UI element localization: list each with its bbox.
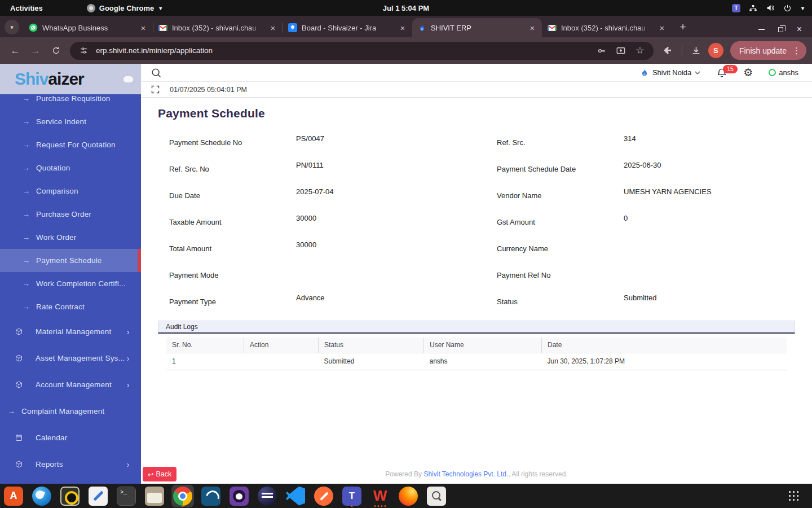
close-window-button[interactable]: × [797, 25, 802, 34]
dock-files[interactable] [143, 485, 166, 507]
cube-icon [15, 327, 28, 336]
activities-button[interactable]: Activities [0, 0, 53, 16]
downloads-icon[interactable] [688, 42, 705, 59]
dock-ubuntu-software[interactable] [2, 485, 25, 507]
dock-firefox[interactable] [397, 485, 420, 507]
browser-tab-strip: ▾ WhatsApp Business×Inbox (352) - shivan… [0, 16, 812, 37]
user-menu[interactable]: anshs [769, 68, 798, 77]
dock-wps-office[interactable] [369, 485, 391, 507]
clock[interactable]: Jul 1 5:04 PM [383, 4, 429, 12]
sidebar-item-work-completion-certifi[interactable]: →Work Completion Certifi... [0, 272, 141, 295]
browser-tab-board-shivaizer-jira[interactable]: Board - Shivaizer - Jira× [283, 18, 412, 37]
settings-gear-icon[interactable]: ⚙ [743, 67, 753, 78]
sidebar-item-payment-schedule[interactable]: →Payment Schedule [0, 249, 141, 272]
footer-suffix: , All rights reserved. [508, 470, 567, 478]
dock-vscode[interactable] [284, 485, 307, 507]
sidebar-toggle-icon[interactable] [123, 76, 133, 82]
tab-close-icon[interactable]: × [268, 23, 278, 33]
tab-search-button[interactable]: ▾ [5, 20, 19, 34]
sidebar-item-reports[interactable]: Reports› [0, 451, 141, 478]
back-nav-button[interactable]: ← [7, 42, 24, 59]
dock-screenshot-tool[interactable] [425, 485, 448, 507]
tab-close-icon[interactable]: × [398, 23, 408, 33]
finish-update-button[interactable]: Finish update ⋮ [730, 41, 806, 60]
extensions-icon[interactable] [659, 42, 676, 59]
browser-tab-inbox-352-shivani-chau[interactable]: Inbox (352) - shivani.chau× [153, 18, 283, 37]
sidebar-item-request-for-quotation[interactable]: →Request For Quotation [0, 133, 141, 156]
dock-github-desktop[interactable] [228, 485, 250, 507]
app-header: Shivit Noida 15 ⚙ anshs [141, 64, 812, 82]
cube-icon [15, 380, 28, 389]
sidebar-item-rate-contract[interactable]: →Rate Contract [0, 295, 141, 318]
kebab-menu-icon[interactable]: ⋮ [792, 46, 801, 56]
sidebar-item-complaint-management[interactable]: →Complaint Management [0, 398, 141, 424]
install-app-icon[interactable] [614, 46, 628, 56]
volume-icon[interactable] [766, 3, 775, 12]
table-cell [244, 353, 319, 370]
browser-tab-whatsapp-business[interactable]: WhatsApp Business× [23, 18, 153, 37]
field-value: PN/0111 [296, 159, 324, 186]
app-grid-icon[interactable] [788, 490, 800, 502]
tab-close-icon[interactable]: × [527, 23, 537, 33]
sidebar-item-label: Work Order [36, 233, 77, 242]
dock-mysql-workbench[interactable] [200, 485, 222, 507]
field-label: Ref. Src. [497, 133, 624, 159]
reload-button[interactable] [47, 42, 64, 59]
dock-text-editor[interactable] [87, 485, 109, 507]
chevron-down-icon[interactable]: ▾ [801, 5, 804, 11]
dock-terminal[interactable] [115, 485, 138, 507]
tab-close-icon[interactable]: × [657, 23, 667, 33]
new-tab-button[interactable]: + [675, 19, 691, 35]
dock-teams[interactable] [341, 485, 363, 507]
forward-nav-button[interactable]: → [27, 42, 44, 59]
password-key-icon[interactable] [595, 46, 608, 56]
restore-button[interactable] [778, 27, 783, 32]
org-selector[interactable]: Shivit Noida [640, 68, 700, 77]
address-bar[interactable]: erp.shivit.net.in/minierp/application ☆ [70, 42, 654, 60]
notifications-button[interactable]: 15 [716, 67, 727, 78]
minimize-button[interactable] [758, 29, 765, 30]
app-menu[interactable]: Google Chrome ▾ [87, 4, 162, 12]
tab-close-icon[interactable]: × [138, 23, 148, 33]
browser-tab-shivit-erp[interactable]: SHIVIT ERP× [412, 18, 542, 37]
sidebar-item-material-management[interactable]: Material Management› [0, 318, 141, 345]
dock-eclipse[interactable] [256, 485, 279, 507]
sidebar-item-asset-management-sys[interactable]: Asset Management Sys...› [0, 345, 141, 371]
username: anshs [779, 68, 798, 77]
fullscreen-icon[interactable] [151, 85, 160, 94]
sidebar-item-label: Purchase Requisition [36, 94, 111, 103]
sidebar-item-label: Comparison [36, 187, 78, 195]
site-settings-icon[interactable] [77, 46, 90, 55]
back-button[interactable]: ↩ Back [143, 467, 176, 481]
chevron-right-icon: › [127, 353, 130, 363]
sidebar-item-calendar[interactable]: Calendar [0, 424, 141, 451]
profile-avatar[interactable]: S [708, 43, 723, 58]
bookmark-star-icon[interactable]: ☆ [633, 45, 647, 56]
footer-company-link[interactable]: Shivit Technologies Pvt. Ltd. [423, 470, 508, 478]
url-text[interactable]: erp.shivit.net.in/minierp/application [96, 46, 589, 55]
dock-chrome[interactable] [171, 485, 194, 507]
sidebar-item-quotation[interactable]: →Quotation [0, 156, 141, 179]
sidebar-item-purchase-order[interactable]: →Purchase Order [0, 203, 141, 226]
chevron-right-icon: › [127, 380, 130, 389]
dock-rhythmbox[interactable] [59, 485, 81, 507]
table-cell: anshs [424, 353, 542, 370]
sidebar-item-label: Work Completion Certifi... [36, 279, 126, 288]
sidebar-item-comparison[interactable]: →Comparison [0, 179, 141, 203]
sidebar-item-service-indent[interactable]: →Service Indent [0, 110, 141, 133]
browser-tab-inbox-352-shivani-chau[interactable]: Inbox (352) - shivani.chau× [542, 18, 672, 37]
column-header-action: Action [244, 338, 319, 353]
arrow-right-icon: → [23, 187, 36, 195]
teams-tray-icon[interactable] [732, 4, 740, 12]
dock-thunderbird[interactable] [30, 485, 53, 507]
network-icon[interactable] [749, 4, 757, 12]
sidebar-item-work-order[interactable]: →Work Order [0, 226, 141, 249]
sidebar-item-account-management[interactable]: Account Management› [0, 371, 141, 398]
power-icon[interactable] [783, 4, 792, 12]
sidebar-item-label: Asset Management Sys... [36, 354, 125, 362]
app-menu-label: Google Chrome [99, 4, 155, 12]
back-button-label: Back [156, 470, 171, 478]
dock-postman[interactable] [312, 485, 335, 507]
form-field-payment-schedule-date: Payment Schedule Date2025-06-30 [497, 159, 812, 186]
search-icon[interactable] [151, 68, 161, 78]
